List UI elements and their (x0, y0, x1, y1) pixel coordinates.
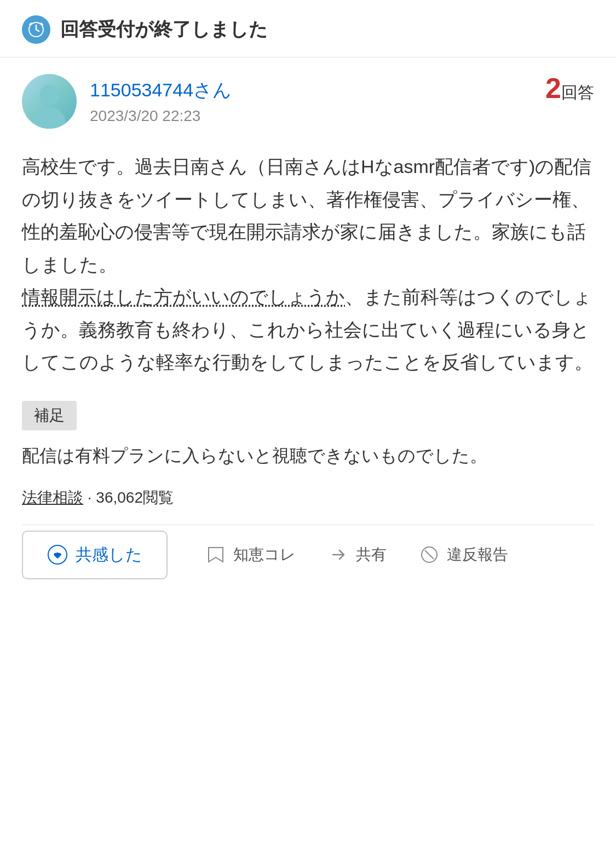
clock-icon (22, 15, 50, 44)
collection-label: 知恵コレ (233, 544, 296, 565)
supplement-section: 補足 配信は有料プランに入らないと視聴できないものでした。 (22, 401, 594, 471)
status-bar: 回答受付が終了しました (0, 0, 616, 57)
avatar (22, 74, 77, 129)
username[interactable]: 1150534744さん (90, 78, 232, 103)
sympathy-label: 共感した (76, 544, 142, 566)
user-details: 1150534744さん 2023/3/20 22:23 (90, 78, 232, 125)
supplement-text: 配信は有料プランに入らないと視聴できないものでした。 (22, 440, 594, 471)
category-link[interactable]: 法律相談 (22, 489, 83, 506)
share-button[interactable]: 共有 (312, 532, 403, 577)
svg-line-7 (425, 550, 434, 559)
category-separator: · (88, 489, 96, 506)
supplement-badge: 補足 (22, 401, 77, 430)
view-count: 36,062閲覧 (96, 489, 174, 506)
report-icon (419, 545, 439, 565)
answer-number: 2 (545, 72, 561, 104)
answer-label: 回答 (561, 83, 594, 101)
user-header: 1150534744さん 2023/3/20 22:23 2回答 (22, 74, 594, 129)
user-info: 1150534744さん 2023/3/20 22:23 (22, 74, 232, 129)
report-button[interactable]: 違反報告 (403, 532, 525, 577)
share-label: 共有 (356, 544, 387, 565)
question-text-1: 高校生です。過去日南さん（日南さんはHなasmr配信者です)の配信の切り抜きをツ… (22, 156, 591, 275)
action-bar: 共感した 知恵コレ 共有 違反報告 (22, 525, 594, 585)
report-label: 違反報告 (447, 544, 508, 565)
question-text-2: 情報開示はした方がいいのでしょうか (22, 286, 345, 307)
sympathy-button[interactable]: 共感した (22, 531, 168, 579)
share-icon (329, 545, 348, 565)
question-container: 1150534744さん 2023/3/20 22:23 2回答 高校生です。過… (0, 57, 616, 601)
collection-icon (206, 545, 226, 565)
answer-count: 2回答 (545, 74, 594, 104)
svg-line-2 (36, 30, 39, 31)
category-info: 法律相談 · 36,062閲覧 (22, 487, 594, 508)
sympathy-icon (47, 544, 68, 565)
question-body: 高校生です。過去日南さん（日南さんはHなasmr配信者です)の配信の切り抜きをツ… (22, 151, 594, 379)
status-text: 回答受付が終了しました (60, 17, 268, 42)
collection-button[interactable]: 知恵コレ (189, 532, 312, 577)
timestamp: 2023/3/20 22:23 (90, 107, 232, 125)
